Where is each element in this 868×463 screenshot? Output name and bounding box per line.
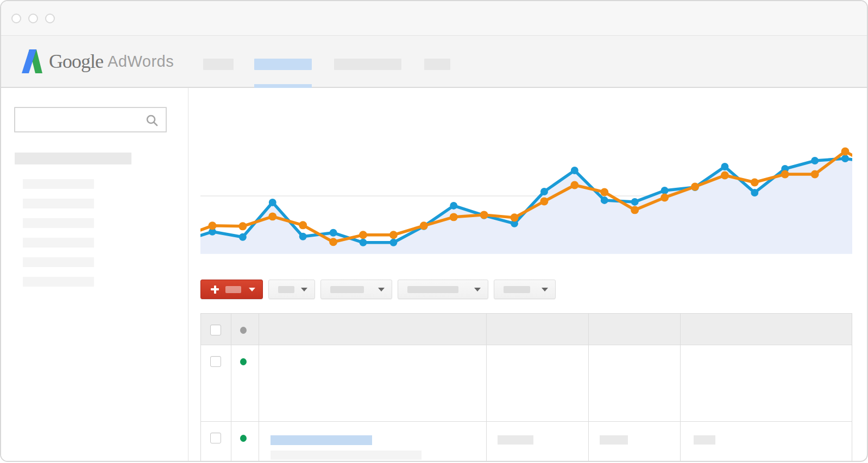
caret-down-icon [378,288,385,291]
caret-down-icon [301,288,307,291]
dropdown-button-3[interactable] [398,280,488,299]
campaign-subtitle-placeholder [271,451,422,460]
header-column [589,314,681,345]
row-status-cell [231,345,259,421]
search-input[interactable] [15,108,166,131]
browser-window: Google AdWords [0,0,868,462]
header-status-cell [231,314,259,345]
campaign-link-placeholder[interactable] [271,435,372,445]
add-button-label-placeholder [225,286,241,293]
dropdown-button-1[interactable] [268,280,315,299]
nav-tab-1[interactable] [203,59,234,70]
brand-logo: Google AdWords [22,36,174,87]
row-status-cell [231,422,259,462]
header-select-cell [201,314,231,345]
caret-down-icon [249,288,255,291]
main-content [188,88,867,462]
row-cell [589,345,681,421]
sidebar-item-6[interactable] [23,277,94,287]
search-icon[interactable] [145,113,159,128]
app-header: Google AdWords [1,36,867,88]
table-row [201,422,852,462]
dropdown-button-4[interactable] [494,280,556,299]
caret-down-icon [474,288,481,291]
row-cell [259,345,487,421]
row-metric-cell [681,422,850,462]
sidebar-item-5[interactable] [23,257,94,267]
campaigns-table [200,313,852,462]
active-tab-underline [254,84,312,88]
metric-placeholder [600,435,628,445]
caret-down-icon [542,288,548,291]
row-cell [487,345,589,421]
nav-tab-3[interactable] [334,59,401,70]
sidebar-section-header [15,153,131,164]
sidebar-search-box [14,107,167,132]
row-metric-cell [589,422,681,462]
row-checkbox[interactable] [210,433,221,443]
sidebar-item-4[interactable] [23,238,94,248]
dropdown-label-placeholder [407,286,458,293]
row-metric-cell [487,422,589,462]
window-zoom-icon[interactable] [45,14,55,23]
table-header-row [201,314,852,345]
status-enabled-icon [240,358,247,365]
performance-chart [200,91,852,254]
sidebar-item-1[interactable] [23,179,94,189]
header-column [487,314,589,345]
select-all-checkbox[interactable] [210,325,221,335]
adwords-logo-icon [22,49,42,73]
dropdown-label-placeholder [504,286,530,293]
dropdown-label-placeholder [278,286,294,293]
dropdown-label-placeholder [330,286,364,293]
row-name-cell [259,422,487,462]
dropdown-button-2[interactable] [320,280,392,299]
row-select-cell [201,345,231,421]
sidebar-item-2[interactable] [23,199,94,208]
toolbar [200,280,867,299]
row-checkbox[interactable] [210,356,221,367]
window-close-icon[interactable] [11,14,21,23]
plus-icon [211,286,219,294]
header-column [259,314,487,345]
row-cell [681,345,850,421]
line-chart [200,91,852,254]
sidebar-item-list [1,179,188,287]
table-row [201,345,852,422]
header-column [681,314,850,345]
sidebar [1,88,188,462]
product-wordmark: AdWords [108,53,174,71]
google-wordmark: Google [49,50,103,73]
window-minimize-icon[interactable] [28,14,38,23]
status-dot-icon [240,327,247,334]
metric-placeholder [498,435,533,445]
nav-tab-4[interactable] [424,59,450,70]
add-campaign-button[interactable] [200,280,263,299]
sidebar-item-3[interactable] [23,218,94,228]
nav-tab-2-active[interactable] [254,59,312,70]
metric-placeholder [694,435,715,445]
status-enabled-icon [240,435,247,442]
row-select-cell [201,422,231,462]
window-chrome-bar [1,1,867,36]
